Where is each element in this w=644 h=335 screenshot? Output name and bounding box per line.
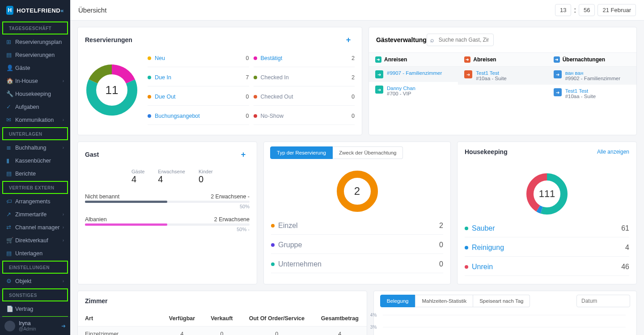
sidebar-item[interactable]: ⇄ Channel manager › <box>0 221 70 234</box>
housekeeping-card: Housekeeping Alle anzeigen 111 Sauber61R… <box>457 142 637 284</box>
sidebar-section-header: UNTERLAGEN <box>2 127 68 140</box>
sidebar-item[interactable]: ▤ Unterlagen <box>0 247 70 260</box>
sidebar-item[interactable]: 🔧 Housekeeping <box>0 87 70 100</box>
sidebar-item[interactable]: ≣ Buchhaltung › <box>0 141 70 154</box>
column-icon: ➜ <box>554 56 560 63</box>
brand[interactable]: H HOTELFRIEND « <box>0 0 70 21</box>
sidebar-item[interactable]: ✓ Aufgaben <box>0 100 70 113</box>
legend-item[interactable]: Buchungsangebot0 <box>148 113 249 125</box>
legend-label: Due Out <box>155 94 176 100</box>
guest-list-item[interactable]: ➜ Test1 Test #10aa - Suite <box>547 85 636 103</box>
sidebar-item-label: Objekt <box>15 278 31 284</box>
sidebar-item-label: Unterlagen <box>15 250 42 257</box>
legend-dot-icon <box>148 95 151 99</box>
brand-logo-icon: H <box>6 6 13 15</box>
guest-item-name: #9907 - Familienzimmer <box>387 70 442 76</box>
guest-search-input[interactable] <box>427 34 494 46</box>
logout-icon[interactable]: ➜ <box>61 323 66 329</box>
legend-item[interactable]: Due Out0 <box>148 94 249 106</box>
occupancy-card: BelegungMahlzeiten-StatistikSpeiseart na… <box>373 291 637 335</box>
legend-item[interactable]: Sauber61 <box>465 224 629 237</box>
sidebar-item[interactable]: 👤 Gäste <box>0 61 70 74</box>
table-header: Verkauft <box>203 311 241 326</box>
sidebar-item-icon: ≣ <box>6 144 15 151</box>
sidebar-item-icon: ✉ <box>6 116 15 123</box>
legend-item[interactable]: Due In7 <box>148 74 249 86</box>
table-row[interactable]: Einzelzimmer4004 <box>78 326 367 335</box>
sidebar-item-icon: ▮ <box>6 157 15 164</box>
legend-value: 0 <box>246 55 249 61</box>
clock: 13 : 56 21 Februar <box>555 4 636 16</box>
legend-item[interactable]: Neu0 <box>148 55 249 67</box>
chevron-right-icon: › <box>63 145 64 150</box>
sidebar-item[interactable]: 🏷 Arrangements <box>0 195 70 208</box>
user-name: Iryna <box>19 321 36 326</box>
sidebar-item[interactable]: 🏠 In-House › <box>0 74 70 87</box>
occupancy-date-input[interactable] <box>576 295 630 307</box>
sidebar-user[interactable]: Iryna @Admin ➜ <box>0 317 70 335</box>
legend-dot-icon <box>254 95 257 99</box>
sidebar-item[interactable]: ↗ Zimmertarife › <box>0 208 70 221</box>
guest-list-item[interactable]: ➜ ван ван #9902 - Familienzimmer <box>547 67 636 85</box>
sidebar-item[interactable]: ✉ Kommunikation › <box>0 113 70 126</box>
guest-list-item[interactable]: ➜ Danny Chan #700 - VIP <box>369 82 458 100</box>
occupancy-chart: 0%1%2%3%4% Fr21.02 Sa22.02 So23.02 Mo24.… <box>374 311 636 335</box>
guest-card: Gast + Gäste4Erwachsene4Kinder0 Nicht be… <box>77 142 257 284</box>
guest-item-sub: #10aa - Suite <box>565 94 596 99</box>
clock-min[interactable]: 56 <box>579 4 595 16</box>
sidebar-item-icon: ▤ <box>6 170 15 177</box>
legend-value: 2 <box>352 74 355 81</box>
legend-dot-icon <box>271 224 275 228</box>
sidebar-item-icon: ✓ <box>6 103 15 110</box>
tab[interactable]: Zweck der Übernachtung <box>333 146 403 159</box>
legend-label: Sauber <box>472 224 495 232</box>
legend-item: Einzel2 <box>271 222 443 235</box>
sidebar-item-icon: 🏷 <box>6 198 15 205</box>
reservations-title: Reservierungen <box>85 36 132 43</box>
sidebar-item[interactable]: ⊞ Reservierungsplan <box>0 35 70 48</box>
guest-item-name: ван ван <box>565 70 620 76</box>
legend-dot-icon <box>271 262 275 266</box>
sidebar-item[interactable]: ▤ Berichte <box>0 167 70 180</box>
tab[interactable]: Speiseart nach Tag <box>473 295 530 307</box>
legend-dot-icon <box>254 114 257 118</box>
guest-bar-row: Nicht benannt2 Erwachsene - 50% <box>78 191 257 214</box>
sidebar-collapse-icon[interactable]: « <box>60 7 64 14</box>
sidebar-item[interactable]: 📄 Vertrag <box>0 302 70 315</box>
legend-item: Unternehmen0 <box>271 260 443 273</box>
clock-date[interactable]: 21 Februar <box>597 4 636 16</box>
column-icon: ➜ <box>464 56 470 63</box>
guest-list-item[interactable]: ➜ #9907 - Familienzimmer <box>369 67 458 82</box>
add-reservation-button[interactable]: + <box>342 34 355 46</box>
legend-item[interactable]: Unrein46 <box>465 263 629 276</box>
tab[interactable]: Belegung <box>380 295 415 307</box>
tab[interactable]: Typ der Reservierung <box>270 146 333 159</box>
clock-hour[interactable]: 13 <box>555 4 571 16</box>
legend-item[interactable]: Reinigung4 <box>465 244 629 257</box>
legend-dot-icon <box>254 56 257 60</box>
sidebar-item[interactable]: ⚙ Objekt › <box>0 275 70 288</box>
legend-dot-icon <box>271 243 275 247</box>
res-type-total: 2 <box>335 169 380 214</box>
legend-value: 7 <box>246 74 249 81</box>
sidebar-item[interactable]: 🛒 Direktverkauf › <box>0 234 70 247</box>
legend-value: 61 <box>621 224 629 232</box>
guest-list-item[interactable]: ➜ Test1 Test #10aa - Suite <box>458 67 547 85</box>
legend-label: Einzel <box>278 222 298 230</box>
sidebar-item[interactable]: ▮ Kassenbücher <box>0 154 70 167</box>
legend-label: Bestätigt <box>261 55 283 61</box>
legend-value: 0 <box>439 241 443 249</box>
legend-item[interactable]: Bestätigt2 <box>254 55 355 67</box>
chevron-right-icon: › <box>63 78 64 83</box>
sidebar-item[interactable]: ▤ Reservierungen <box>0 48 70 61</box>
housekeeping-view-all-link[interactable]: Alle anzeigen <box>597 149 629 155</box>
tab[interactable]: Mahlzeiten-Statistik <box>415 295 473 307</box>
sidebar-section-header: SONSTIGES <box>2 288 68 301</box>
sidebar-item-label: Zimmertarife <box>15 211 47 218</box>
column-icon: ➜ <box>375 56 381 63</box>
legend-item: Gruppe0 <box>271 241 443 254</box>
add-guest-button[interactable]: + <box>237 148 250 161</box>
housekeeping-total: 111 <box>525 172 569 216</box>
chevron-right-icon: › <box>63 238 64 243</box>
guest-item-icon: ➜ <box>464 70 472 78</box>
